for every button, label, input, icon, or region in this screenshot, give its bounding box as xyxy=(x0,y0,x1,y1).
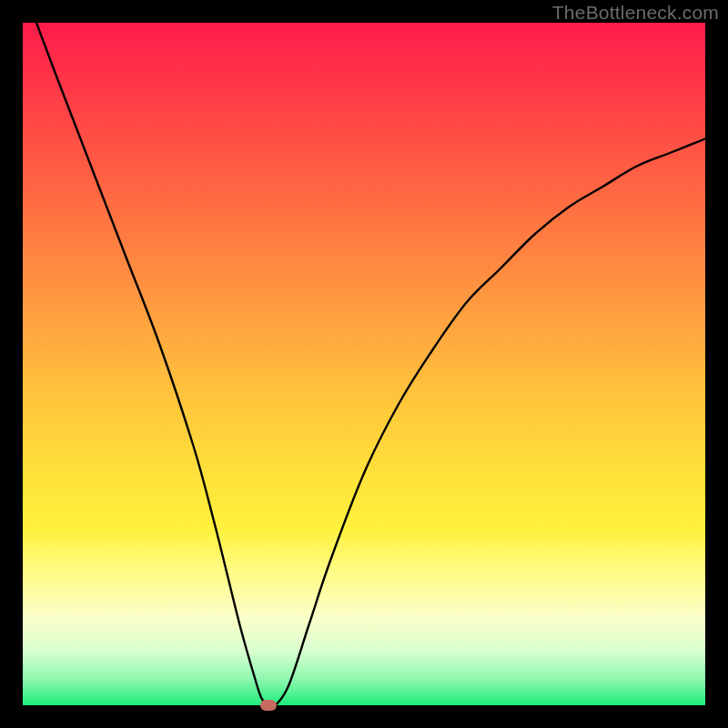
bottleneck-curve-line xyxy=(36,23,705,707)
curve-svg xyxy=(23,23,705,705)
chart-frame: TheBottleneck.com xyxy=(0,0,728,728)
plot-area xyxy=(23,23,705,705)
optimum-marker xyxy=(260,700,277,711)
watermark-text: TheBottleneck.com xyxy=(552,2,719,24)
